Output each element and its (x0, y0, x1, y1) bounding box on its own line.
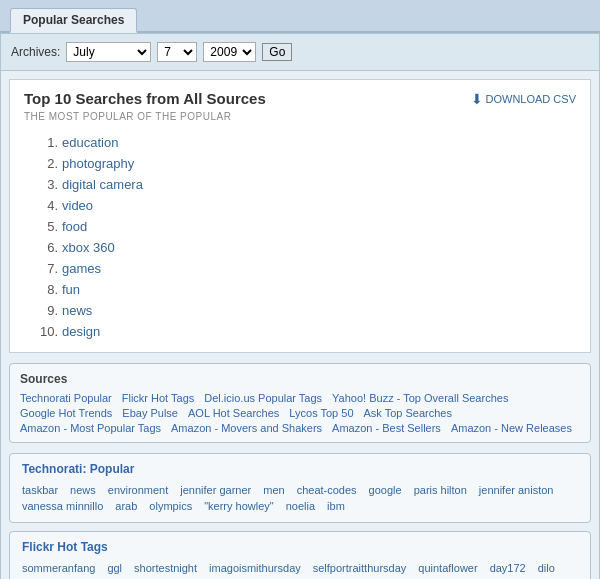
tag-item[interactable]: dilo (538, 562, 555, 574)
subtitle: The Most Popular of the Popular (24, 111, 576, 122)
top10-list: 1.education2.photography3.digital camera… (24, 132, 576, 342)
term[interactable]: education (62, 135, 118, 150)
source-link[interactable]: Google Hot Trends (20, 407, 112, 419)
source-link[interactable]: Yahoo! Buzz - Top Overall Searches (332, 392, 508, 404)
download-label: DOWNLOAD CSV (486, 93, 576, 105)
tag-item[interactable]: day172 (490, 562, 526, 574)
rank: 6. (34, 240, 58, 255)
go-button[interactable]: Go (262, 43, 292, 61)
source-link[interactable]: Technorati Popular (20, 392, 112, 404)
list-item: 2.photography (34, 153, 576, 174)
technorati-tags: taskbarnewsenvironmentjennifer garnermen… (22, 484, 578, 512)
tag-item[interactable]: google (369, 484, 402, 496)
sources-links: Technorati PopularFlickr Hot TagsDel.ici… (20, 392, 580, 434)
term[interactable]: design (62, 324, 100, 339)
tag-item[interactable]: taskbar (22, 484, 58, 496)
tag-item[interactable]: vanessa minnillo (22, 500, 103, 512)
source-link[interactable]: AOL Hot Searches (188, 407, 279, 419)
source-link[interactable]: Ebay Pulse (122, 407, 178, 419)
rank: 3. (34, 177, 58, 192)
tag-item[interactable]: shortestnight (134, 562, 197, 574)
source-link[interactable]: Amazon - Most Popular Tags (20, 422, 161, 434)
source-link[interactable]: Ask Top Searches (364, 407, 452, 419)
download-csv-link[interactable]: ⬇ DOWNLOAD CSV (471, 91, 576, 107)
sources-title: Sources (20, 372, 580, 386)
rank: 8. (34, 282, 58, 297)
rank: 1. (34, 135, 58, 150)
source-link[interactable]: Amazon - Best Sellers (332, 422, 441, 434)
popular-searches-tab[interactable]: Popular Searches (10, 8, 137, 33)
tag-item[interactable]: arab (115, 500, 137, 512)
tag-item[interactable]: paris hilton (414, 484, 467, 496)
technorati-title: Technorati: Popular (22, 462, 578, 476)
source-link[interactable]: Amazon - New Releases (451, 422, 572, 434)
term[interactable]: photography (62, 156, 134, 171)
list-item: 6.xbox 360 (34, 237, 576, 258)
tag-item[interactable]: quintaflower (418, 562, 477, 574)
tag-item[interactable]: ibm (327, 500, 345, 512)
month-select[interactable]: JanuaryFebruaryMarchAprilMayJuneJulyAugu… (66, 42, 151, 62)
tag-item[interactable]: news (70, 484, 96, 496)
term[interactable]: fun (62, 282, 80, 297)
rank: 7. (34, 261, 58, 276)
tag-item[interactable]: imagoismithursday (209, 562, 301, 574)
archives-bar: Archives: JanuaryFebruaryMarchAprilMayJu… (1, 34, 599, 71)
rank: 5. (34, 219, 58, 234)
term[interactable]: digital camera (62, 177, 143, 192)
rank: 2. (34, 156, 58, 171)
term[interactable]: xbox 360 (62, 240, 115, 255)
rank: 4. (34, 198, 58, 213)
tag-item[interactable]: environment (108, 484, 169, 496)
term[interactable]: video (62, 198, 93, 213)
flickr-title: Flickr Hot Tags (22, 540, 578, 554)
main-container: Archives: JanuaryFebruaryMarchAprilMayJu… (0, 33, 600, 579)
rank: 10. (34, 324, 58, 339)
flickr-section: Flickr Hot Tags sommeranfanggglshortestn… (9, 531, 591, 579)
rank: 9. (34, 303, 58, 318)
top-header: Top 10 Searches from All Sources ⬇ DOWNL… (24, 90, 576, 107)
tag-item[interactable]: olympics (149, 500, 192, 512)
archives-label: Archives: (11, 45, 60, 59)
tag-item[interactable]: selfportraitthursday (313, 562, 407, 574)
term[interactable]: food (62, 219, 87, 234)
list-item: 5.food (34, 216, 576, 237)
tag-item[interactable]: jennifer garner (180, 484, 251, 496)
tag-item[interactable]: jennifer aniston (479, 484, 554, 496)
sources-box: Sources Technorati PopularFlickr Hot Tag… (9, 363, 591, 443)
tag-item[interactable]: "kerry howley" (204, 500, 274, 512)
list-item: 9.news (34, 300, 576, 321)
source-link[interactable]: Flickr Hot Tags (122, 392, 195, 404)
list-item: 3.digital camera (34, 174, 576, 195)
list-item: 8.fun (34, 279, 576, 300)
flickr-tags: sommeranfanggglshortestnightimagoismithu… (22, 562, 578, 579)
page-title: Top 10 Searches from All Sources (24, 90, 266, 107)
source-link[interactable]: Del.icio.us Popular Tags (204, 392, 322, 404)
list-item: 7.games (34, 258, 576, 279)
tag-item[interactable]: sommeranfang (22, 562, 95, 574)
source-link[interactable]: Amazon - Movers and Shakers (171, 422, 322, 434)
term[interactable]: news (62, 303, 92, 318)
list-item: 4.video (34, 195, 576, 216)
day-select[interactable]: 1234567891011121314151617181920212223242… (157, 42, 197, 62)
content-area: Top 10 Searches from All Sources ⬇ DOWNL… (9, 79, 591, 353)
download-icon: ⬇ (471, 91, 483, 107)
list-item: 10.design (34, 321, 576, 342)
tab-bar: Popular Searches (0, 0, 600, 33)
source-link[interactable]: Lycos Top 50 (289, 407, 353, 419)
tag-item[interactable]: ggl (107, 562, 122, 574)
technorati-section: Technorati: Popular taskbarnewsenvironme… (9, 453, 591, 523)
tag-item[interactable]: men (263, 484, 284, 496)
year-select[interactable]: 2007200820092010 (203, 42, 256, 62)
tag-item[interactable]: noelia (286, 500, 315, 512)
list-item: 1.education (34, 132, 576, 153)
term[interactable]: games (62, 261, 101, 276)
tag-item[interactable]: cheat-codes (297, 484, 357, 496)
